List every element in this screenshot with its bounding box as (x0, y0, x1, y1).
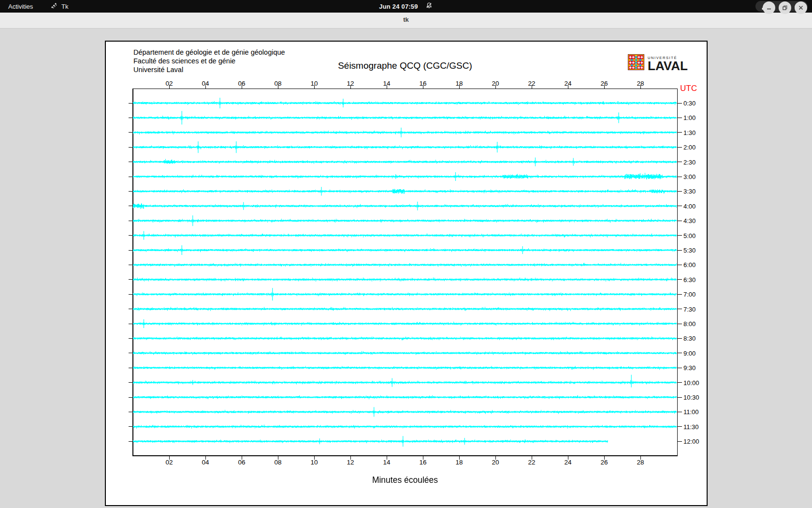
app-menu-label: Tk (61, 3, 68, 10)
activities-button[interactable]: Activities (6, 0, 35, 13)
maximize-button[interactable] (779, 1, 791, 14)
desktop-screen: Activities Tk Jun 24 07:59 (0, 0, 812, 508)
utc-label: UTC (680, 84, 697, 93)
clock-label: Jun 24 07:59 (379, 3, 418, 10)
seismogram-traces (106, 42, 707, 503)
minimize-button[interactable] (763, 1, 775, 14)
activities-label: Activities (8, 3, 33, 10)
clock-area[interactable]: Jun 24 07:59 (379, 0, 433, 13)
gnome-top-bar: Activities Tk Jun 24 07:59 (0, 0, 812, 13)
seismograph-panel: Département de géologie et de génie géol… (105, 41, 708, 506)
tk-icon (50, 2, 58, 11)
bell-slash-icon (426, 2, 433, 11)
window-controls (763, 1, 807, 14)
app-menu-tk[interactable]: Tk (50, 0, 68, 13)
window-title: tk (0, 16, 812, 23)
x-axis-title: Minutes écoulées (106, 475, 704, 485)
close-button[interactable] (795, 1, 807, 14)
window-titlebar[interactable]: tk (0, 13, 812, 29)
